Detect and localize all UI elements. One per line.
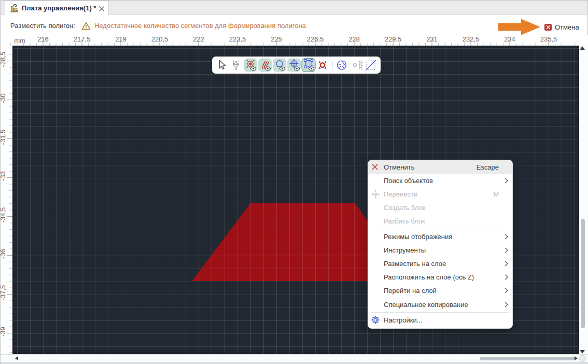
svg-text:-33: -33 [1,171,7,181]
svg-text:231: 231 [426,35,438,43]
svg-text:225: 225 [271,35,282,43]
svg-text:-28,5: -28,5 [1,52,7,67]
svg-text:229,5: 229,5 [385,35,402,43]
svg-text:226,5: 226,5 [307,35,324,43]
svg-text:222: 222 [193,35,204,43]
svg-text:-31,5: -31,5 [1,130,7,145]
svg-text:228: 228 [348,35,360,43]
svg-text:217,5: 217,5 [74,35,91,43]
svg-text:DC: DC [233,60,239,65]
svg-text:235,5: 235,5 [540,35,557,43]
svg-text:-30: -30 [1,93,7,103]
svg-text:232,5: 232,5 [463,35,480,43]
svg-text:223,5: 223,5 [229,35,246,43]
svg-text:-37,5: -37,5 [1,285,7,301]
svg-text:234: 234 [504,35,515,43]
svg-text:219: 219 [115,35,127,43]
svg-text:-34,5: -34,5 [1,207,7,223]
svg-text:-36: -36 [1,249,7,259]
svg-text:-39: -39 [1,327,7,337]
svg-text:216: 216 [37,35,49,43]
svg-text:220,5: 220,5 [151,35,169,43]
